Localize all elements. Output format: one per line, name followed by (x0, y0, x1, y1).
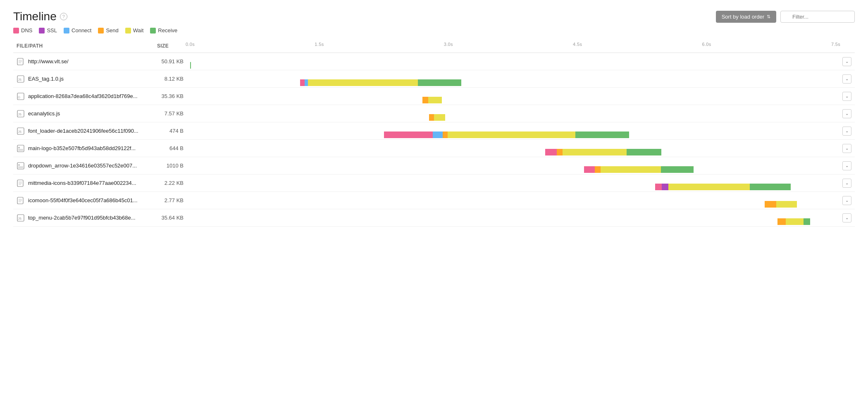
table-row: http://www.vlt.se/ 50.91 KB⌄ (13, 53, 855, 70)
timeline-cell-1 (187, 70, 839, 88)
doc-file-icon (17, 196, 25, 205)
legend-label-wait: Wait (133, 27, 144, 33)
expand-cell-3[interactable]: ⌄ (839, 105, 855, 122)
size-cell-7: 2.22 KB (154, 175, 187, 192)
header-row: Timeline ? Sort by load order ⇅ 🔍 (13, 10, 855, 23)
svg-rect-16 (18, 166, 23, 168)
legend-color-send (98, 28, 104, 33)
bar-segment-4-4 (575, 131, 630, 138)
file-name-6: dropdown_arrow-1e34616e03557ec52e007... (28, 163, 137, 169)
bar-segment-4-2 (443, 131, 448, 138)
bar-segment-1-0 (300, 79, 305, 86)
file-name-4: font_loader-de1aceb20241906fee56c11f090.… (28, 128, 138, 134)
bar-segment-5-3 (627, 149, 661, 155)
expand-button-1[interactable]: ⌄ (842, 74, 851, 84)
svg-text:{}: {} (18, 96, 21, 98)
expand-button-5[interactable]: ⌄ (842, 144, 851, 153)
expand-cell-8[interactable]: ⌄ (839, 192, 855, 209)
table-row: JS font_loader-de1aceb20241906fee56c11f0… (13, 122, 855, 140)
legend-color-ssl (39, 28, 45, 33)
help-icon[interactable]: ? (60, 13, 67, 20)
expand-button-9[interactable]: ⌄ (842, 213, 851, 222)
axis-label-1: 1.5s (315, 42, 324, 47)
expand-button-6[interactable]: ⌄ (842, 161, 851, 170)
file-cell-8: icomoon-55f04f0f3e640cec05f7a686b45c01..… (13, 192, 154, 209)
file-name-9: top_menu-2cab5b7e97f901d95bfcb43b68e... (28, 215, 136, 221)
col-timeline-header: 0.0s1.5s3.0s4.5s6.0s7.5s (187, 39, 839, 53)
bar-container-4 (190, 131, 836, 138)
bar-container-3 (190, 114, 836, 121)
bar-container-0 (190, 62, 836, 69)
expand-button-3[interactable]: ⌄ (842, 109, 851, 118)
col-expand-header (839, 39, 855, 53)
json-file-icon: {} (17, 92, 25, 100)
legend: DNS SSL Connect Send Wait Receive (13, 27, 855, 33)
size-cell-0: 50.91 KB (154, 53, 187, 70)
timeline-cell-2 (187, 88, 839, 105)
filter-input[interactable] (780, 11, 855, 23)
timeline-cell-7 (187, 175, 839, 192)
col-file-header: FILE/PATH (13, 39, 154, 53)
page-title: Timeline (13, 10, 57, 23)
axis-label-4: 6.0s (702, 42, 711, 47)
expand-cell-9[interactable]: ⌄ (839, 209, 855, 227)
bar-segment-7-3 (750, 184, 790, 190)
bar-segment-5-1 (557, 149, 563, 155)
expand-button-8[interactable]: ⌄ (842, 196, 851, 205)
file-cell-6: dropdown_arrow-1e34616e03557ec52e007... (13, 157, 154, 175)
bar-segment-1-2 (308, 79, 418, 86)
size-cell-8: 2.77 KB (154, 192, 187, 209)
bar-segment-6-1 (595, 166, 600, 173)
legend-color-dns (13, 28, 19, 33)
bar-segment-7-1 (662, 184, 668, 190)
expand-cell-1[interactable]: ⌄ (839, 70, 855, 88)
expand-cell-2[interactable]: ⌄ (839, 88, 855, 105)
sort-arrow-icon: ⇅ (767, 14, 770, 19)
expand-button-4[interactable]: ⌄ (842, 127, 851, 136)
controls: Sort by load order ⇅ 🔍 (716, 11, 855, 23)
bar-segment-1-3 (418, 79, 461, 86)
legend-item-connect: Connect (64, 27, 91, 33)
expand-cell-0[interactable]: ⌄ (839, 53, 855, 70)
file-name-8: icomoon-55f04f0f3e640cec05f7a686b45c01..… (28, 197, 138, 203)
file-cell-1: JS EAS_tag.1.0.js (13, 70, 154, 88)
bar-segment-7-2 (668, 184, 750, 190)
expand-button-7[interactable]: ⌄ (842, 179, 851, 188)
page: Timeline ? Sort by load order ⇅ 🔍 DNS SS… (0, 0, 868, 237)
bar-container-8 (190, 201, 836, 208)
bar-container-6 (190, 166, 836, 173)
expand-button-0[interactable]: ⌄ (842, 57, 851, 66)
bar-segment-9-2 (804, 218, 810, 225)
svg-text:JS: JS (18, 78, 21, 81)
axis-label-5: 7.5s (831, 42, 840, 47)
legend-item-ssl: SSL (39, 27, 57, 33)
table-row: JS EAS_tag.1.0.js 8.12 KB⌄ (13, 70, 855, 88)
js-file-icon: JS (17, 127, 25, 135)
img-file-icon (17, 162, 25, 170)
legend-label-send: Send (106, 27, 118, 33)
file-name-1: EAS_tag.1.0.js (28, 76, 64, 82)
axis-label-2: 3.0s (444, 42, 453, 47)
expand-cell-6[interactable]: ⌄ (839, 157, 855, 175)
timeline-table: FILE/PATH SIZE 0.0s1.5s3.0s4.5s6.0s7.5s … (13, 39, 855, 227)
expand-button-2[interactable]: ⌄ (842, 92, 851, 101)
bar-segment-5-0 (545, 149, 557, 155)
expand-cell-4[interactable]: ⌄ (839, 122, 855, 140)
bar-segment-3-1 (434, 114, 445, 121)
bar-segment-1-1 (305, 79, 308, 86)
file-cell-3: JS ecanalytics.js (13, 105, 154, 122)
js-file-icon: JS (17, 75, 25, 83)
file-cell-5: main-logo-b352e507fb5d943ab58dd29122f... (13, 140, 154, 157)
filter-wrapper: 🔍 (780, 11, 855, 23)
table-row: main-logo-b352e507fb5d943ab58dd29122f...… (13, 140, 855, 157)
svg-text:JS: JS (18, 113, 21, 116)
expand-cell-7[interactable]: ⌄ (839, 175, 855, 192)
bar-segment-6-3 (661, 166, 694, 173)
bar-segment-4-0 (384, 131, 433, 138)
legend-label-ssl: SSL (47, 27, 57, 33)
expand-cell-5[interactable]: ⌄ (839, 140, 855, 157)
sort-button[interactable]: Sort by load order ⇅ (716, 11, 776, 23)
legend-color-receive (150, 28, 156, 33)
title-area: Timeline ? (13, 10, 67, 23)
js-file-icon: JS (17, 214, 25, 222)
